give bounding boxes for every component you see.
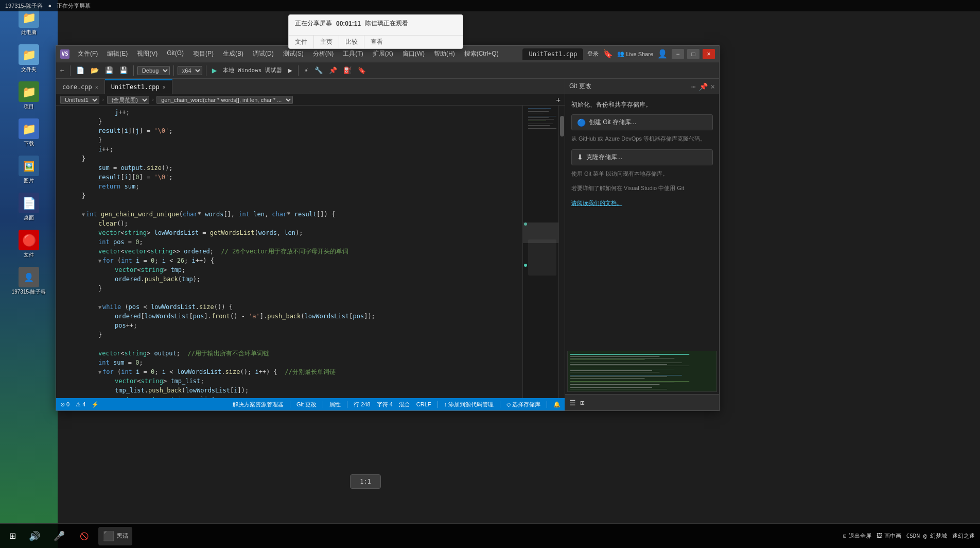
code-editor[interactable]: j++; } result[i][j] = '\0'; } i++; } sum… — [56, 106, 565, 398]
live-share-button[interactable]: 👥 Live Share — [617, 50, 653, 57]
menu-edit[interactable]: 编辑(E) — [103, 48, 132, 59]
select-repo[interactable]: ◇ 选择存储库 — [506, 401, 540, 408]
error-count[interactable]: ⊘ 0 — [60, 401, 69, 408]
menu-file[interactable]: 文件(F) — [74, 48, 102, 59]
toolbar-misc-1[interactable]: ⚡ — [302, 65, 310, 75]
debug-config-select[interactable]: Debug — [137, 66, 170, 75]
maximize-button[interactable]: □ — [687, 49, 699, 59]
create-git-repo-button[interactable]: 🔵 创建 Git 存储库... — [571, 114, 713, 130]
menu-view[interactable]: 视图(V) — [133, 48, 162, 59]
code-line: vector<string> output; //用于输出所有不含环单词链 — [82, 349, 518, 358]
share-tab-main[interactable]: 主页 — [314, 36, 339, 48]
taskbar-button-3[interactable]: 🚫 — [74, 527, 94, 545]
git-list-view[interactable]: ☰ — [569, 399, 576, 407]
run-target[interactable]: 本地 Windows 调试器 — [221, 65, 284, 75]
menu-analyze[interactable]: 分析(N) — [309, 48, 338, 59]
minimize-button[interactable]: − — [672, 49, 684, 59]
menu-window[interactable]: 窗口(W) — [398, 48, 429, 59]
toolbar-misc-2[interactable]: 🔧 — [312, 65, 325, 75]
icon-label-2: 文件夹 — [21, 66, 37, 73]
toolbar-save-all[interactable]: 💾 — [117, 65, 130, 75]
breadcrumb-scope-select[interactable]: (全局范围) — [107, 96, 149, 104]
svg-rect-15 — [570, 354, 689, 355]
add-tab-button[interactable]: + — [556, 96, 561, 104]
git-changes-btn[interactable]: Git 更改 — [296, 401, 317, 408]
properties-btn[interactable]: 属性 — [329, 401, 341, 408]
toolbar-misc-3[interactable]: 📌 — [327, 65, 339, 75]
git-panel-options[interactable]: ⋯ — [691, 82, 695, 91]
tab-unittest-cpp[interactable]: UnitTest1.cpp × — [105, 79, 172, 94]
git-panel-buttons: ⋯ 📌 × — [691, 82, 715, 91]
run-button[interactable]: ▶ — [210, 64, 219, 76]
desktop-icon-3[interactable]: 📁 项目 — [8, 79, 49, 112]
breadcrumb-func-select[interactable]: gen_chain_word(char * words[], int len, … — [156, 96, 293, 104]
close-button[interactable]: × — [703, 49, 715, 59]
line-info[interactable]: 行 248 — [354, 401, 370, 408]
menu-git[interactable]: Git(G) — [163, 48, 188, 59]
desktop-icon-4[interactable]: 📁 下载 — [8, 116, 49, 149]
git-docs-link[interactable]: 请阅读我们的文档。 — [571, 200, 622, 206]
svg-rect-10 — [528, 128, 556, 129]
minimap[interactable] — [522, 106, 558, 398]
warning-count[interactable]: ⚠ 4 — [76, 401, 85, 408]
col-info[interactable]: 字符 4 — [377, 401, 393, 408]
code-line: vector<string> tmp_list; — [82, 376, 518, 386]
solution-manager[interactable]: 解决方案资源管理器 — [233, 401, 284, 408]
share-tab-compare[interactable]: 比较 — [339, 36, 364, 48]
desktop-icon-8[interactable]: 👤 197315-陈子容 — [8, 265, 49, 298]
toolbar-misc-4[interactable]: ⛽ — [341, 65, 354, 75]
code-line: return sum; — [82, 182, 518, 191]
svg-rect-31 — [570, 387, 652, 388]
menu-help[interactable]: 帮助(H) — [430, 48, 459, 59]
desktop-icon-7[interactable]: 🔴 文件 — [8, 228, 49, 261]
breadcrumb-class-select[interactable]: UnitTest1 — [60, 96, 99, 104]
git-tree-view[interactable]: ⊞ — [580, 399, 584, 407]
toolbar-new[interactable]: 📄 — [74, 65, 86, 75]
toolbar-open[interactable]: 📂 — [89, 65, 101, 75]
tab-core-cpp[interactable]: core.cpp × — [56, 79, 105, 94]
taskbar-button-1[interactable]: 🔊 — [24, 527, 45, 545]
menu-search[interactable]: 搜索(Ctrl+Q) — [460, 48, 503, 59]
scrollbar-thumb[interactable] — [560, 116, 564, 136]
login-button[interactable]: 登录 — [587, 50, 599, 58]
encoding-info[interactable]: CRLF — [416, 401, 431, 407]
taskbar-terminal[interactable]: ⬛ 黑话 — [98, 527, 132, 545]
profile-icon[interactable]: 👤 — [657, 49, 668, 59]
spaces-info[interactable]: 混合 — [399, 401, 410, 408]
git-panel-pin[interactable]: 📌 — [699, 82, 708, 91]
toolbar-back[interactable]: ← — [58, 65, 66, 75]
notification-bell[interactable]: 🔔 — [553, 401, 561, 408]
clone-repo-button[interactable]: ⬇ 克隆存储库... — [571, 149, 713, 165]
menu-test[interactable]: 测试(S) — [279, 48, 308, 59]
vs-window: VS 文件(F) 编辑(E) 视图(V) Git(G) 项目(P) 生成(B) … — [56, 45, 720, 411]
menu-debug[interactable]: 调试(D) — [249, 48, 278, 59]
desktop-icon-6[interactable]: 📄 桌面 — [8, 191, 49, 224]
share-tab-view[interactable]: 查看 — [364, 36, 389, 48]
add-source-control[interactable]: ↑ 添加到源代码管理 — [444, 401, 494, 408]
desktop-icon-5[interactable]: 🖼️ 图片 — [8, 153, 49, 186]
toolbar-misc-5[interactable]: 🔖 — [356, 65, 368, 75]
draw-mode[interactable]: 🖼 画中画 — [877, 532, 901, 540]
taskbar-button-2[interactable]: 🎤 — [49, 527, 69, 545]
vertical-scrollbar[interactable] — [558, 106, 565, 398]
close-unittest-tab[interactable]: × — [163, 84, 166, 90]
taskbar-start[interactable]: ⊞ — [5, 527, 20, 545]
icon-label-4: 下载 — [24, 140, 34, 147]
platform-select[interactable]: x64 — [178, 66, 202, 75]
menu-project[interactable]: 项目(P) — [189, 48, 218, 59]
toolbar-save[interactable]: 💾 — [103, 65, 115, 75]
bookmark-icon[interactable]: 🔖 — [603, 49, 613, 59]
close-core-tab[interactable]: × — [95, 84, 98, 90]
exit-share[interactable]: ⊡ 退出全屏 — [843, 532, 871, 540]
git-status[interactable]: ⚡ — [92, 401, 99, 408]
menu-build[interactable]: 生成(B) — [219, 48, 248, 59]
code-content[interactable]: j++; } result[i][j] = '\0'; } i++; } sum… — [78, 106, 522, 398]
menu-extensions[interactable]: 扩展(X) — [369, 48, 397, 59]
desktop-icon-2[interactable]: 📁 文件夹 — [8, 42, 49, 75]
share-tab-file[interactable]: 文件 — [289, 36, 314, 48]
menu-tools[interactable]: 工具(T) — [339, 48, 367, 59]
attach-button[interactable]: ▶ — [286, 65, 294, 75]
code-line — [82, 200, 518, 210]
git-panel-close[interactable]: × — [711, 82, 715, 91]
code-line: int pos = 0; — [82, 237, 518, 247]
